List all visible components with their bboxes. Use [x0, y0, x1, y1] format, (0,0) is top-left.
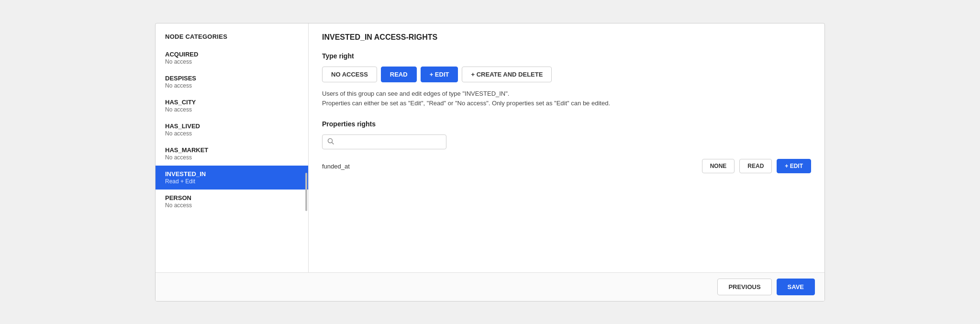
type-right-btn-2[interactable]: + EDIT	[421, 67, 458, 82]
prop-btn-2[interactable]: + EDIT	[777, 159, 811, 173]
main-content: NODE CATEGORIES ACQUIRED No access DESPI…	[156, 23, 824, 272]
node-item-has_lived[interactable]: HAS_LIVED No access	[156, 118, 308, 142]
type-right-btn-0[interactable]: NO ACCESS	[322, 67, 377, 82]
node-item-invested_in[interactable]: INVESTED_IN Read + Edit	[156, 166, 308, 190]
left-panel: NODE CATEGORIES ACQUIRED No access DESPI…	[156, 23, 309, 272]
type-right-buttons: NO ACCESSREAD+ EDIT+ CREATE AND DELETE	[322, 67, 811, 82]
node-item-name: PERSON	[165, 194, 299, 201]
previous-button[interactable]: PREVIOUS	[717, 279, 771, 295]
scrollbar-track	[305, 173, 307, 211]
svg-line-1	[332, 143, 334, 145]
description-line2: Properties can either be set as "Edit", …	[322, 100, 610, 107]
node-item-despises[interactable]: DESPISES No access	[156, 70, 308, 94]
prop-btn-1[interactable]: READ	[739, 159, 772, 173]
save-button[interactable]: SAVE	[777, 279, 815, 295]
node-item-status: Read + Edit	[165, 178, 299, 185]
right-panel-title: INVESTED_IN ACCESS-RIGHTS	[322, 33, 811, 42]
properties-label: Properties rights	[322, 120, 811, 128]
right-panel: INVESTED_IN ACCESS-RIGHTS Type right NO …	[309, 23, 824, 272]
search-icon	[327, 138, 334, 146]
node-item-person[interactable]: PERSON No access	[156, 190, 308, 213]
node-item-status: No access	[165, 130, 299, 137]
node-item-status: No access	[165, 202, 299, 209]
node-item-status: No access	[165, 154, 299, 161]
type-right-btn-1[interactable]: READ	[381, 67, 417, 82]
node-item-name: DESPISES	[165, 75, 299, 82]
node-item-name: HAS_MARKET	[165, 146, 299, 154]
description-line1: Users of this group can see and edit edg…	[322, 90, 510, 97]
property-row: funded_atNONEREAD+ EDIT	[322, 159, 811, 173]
node-item-name: HAS_LIVED	[165, 123, 299, 130]
main-container: NODE CATEGORIES ACQUIRED No access DESPI…	[155, 23, 825, 302]
search-input[interactable]	[338, 138, 441, 145]
prop-btn-0[interactable]: NONE	[702, 159, 735, 173]
type-right-label: Type right	[322, 52, 811, 60]
left-panel-title: NODE CATEGORIES	[156, 23, 308, 46]
search-box	[322, 134, 446, 149]
property-name: funded_at	[322, 163, 697, 170]
node-item-name: ACQUIRED	[165, 51, 299, 58]
node-item-status: No access	[165, 58, 299, 65]
node-item-name: INVESTED_IN	[165, 170, 299, 178]
node-item-status: No access	[165, 82, 299, 89]
node-item-status: No access	[165, 106, 299, 113]
type-right-btn-3[interactable]: + CREATE AND DELETE	[462, 67, 552, 82]
footer: PREVIOUS SAVE	[156, 272, 824, 301]
node-item-name: HAS_CITY	[165, 99, 299, 106]
node-item-has_market[interactable]: HAS_MARKET No access	[156, 142, 308, 166]
node-item-has_city[interactable]: HAS_CITY No access	[156, 94, 308, 118]
node-item-acquired[interactable]: ACQUIRED No access	[156, 46, 308, 70]
property-rows: funded_atNONEREAD+ EDIT	[322, 159, 811, 173]
description-text: Users of this group can see and edit edg…	[322, 89, 811, 109]
